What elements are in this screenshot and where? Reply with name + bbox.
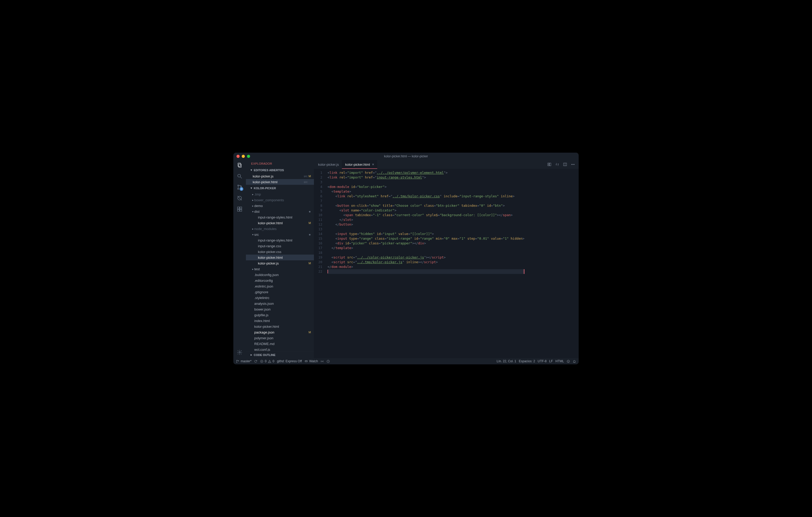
problems-item[interactable]: 0 0 — [260, 359, 274, 363]
tree-file[interactable]: kolor-picker.css — [246, 249, 314, 254]
editor-tab[interactable]: kolor-picker.html× — [342, 160, 377, 169]
code-line[interactable]: <link rel="stylesheet" href="../.tmp/kol… — [327, 194, 524, 199]
watch-item[interactable]: Watch — [304, 359, 318, 363]
code-line[interactable] — [327, 199, 524, 203]
code-line[interactable]: <div id="picker" class="picker-wrapper">… — [327, 241, 524, 246]
tree-file[interactable]: bower.json — [246, 306, 314, 312]
editor-region: kolor-picker.jskolor-picker.html× 123456… — [314, 160, 579, 358]
tab-label: kolor-picker.js — [318, 162, 339, 166]
tree-file[interactable]: .eslintrc.json — [246, 283, 314, 289]
code-line[interactable]: <input type="range" class="input-range" … — [327, 236, 524, 241]
tree-folder[interactable]: ▾dist — [246, 209, 314, 214]
code-outline-label: CODE OUTLINE — [254, 354, 276, 357]
feedback-item[interactable] — [567, 360, 570, 363]
twisty-icon: ▸ — [251, 227, 254, 230]
tree-folder[interactable]: ▸demo — [246, 203, 314, 209]
svg-rect-15 — [550, 163, 551, 166]
tree-file[interactable]: input-range.css — [246, 243, 314, 249]
more-icon[interactable] — [571, 162, 575, 166]
branch-name: master* — [241, 359, 252, 363]
code-line[interactable] — [327, 227, 524, 232]
tree-folder[interactable]: ▸.tmp — [246, 191, 314, 197]
file-label: index.html — [254, 319, 308, 323]
editor-tab[interactable]: kolor-picker.js — [315, 160, 342, 169]
tree-file[interactable]: kolor-picker.html — [246, 254, 314, 260]
tree-file[interactable]: package.jsonM — [246, 329, 314, 335]
code-line[interactable] — [327, 269, 524, 274]
open-editors-header[interactable]: ▾ EDITORES ABIERTOS — [246, 167, 314, 173]
tree-file[interactable]: input-range-styles.html — [246, 214, 314, 220]
notifications-item[interactable] — [573, 360, 576, 363]
code-outline-header[interactable]: ▸ CODE OUTLINE — [246, 351, 314, 358]
tree-file[interactable]: kolor-picker.htmlM — [246, 220, 314, 226]
source-control-icon[interactable]: 3 — [236, 184, 243, 190]
code-line[interactable]: <input type="hidden" id="input" value="[… — [327, 232, 524, 236]
editor[interactable]: 12345678910111213141516171819202122 <lin… — [314, 169, 579, 358]
tree-file[interactable]: .gitignore — [246, 289, 314, 295]
split-editor-icon[interactable] — [563, 162, 567, 166]
svg-rect-30 — [305, 360, 308, 362]
clock-item[interactable] — [326, 360, 330, 363]
eol-item[interactable]: LF — [549, 359, 553, 363]
file-label: .gitignore — [254, 290, 308, 294]
search-icon[interactable] — [236, 173, 243, 179]
tree-folder[interactable]: ▾src — [246, 232, 314, 237]
tree-file[interactable]: README.md — [246, 341, 314, 346]
tree-file[interactable]: index.html — [246, 318, 314, 324]
language-mode-item[interactable]: HTML — [555, 359, 564, 363]
code-line[interactable]: <script src="../../color-picker/color-pi… — [327, 255, 524, 260]
tree-file[interactable]: analysis.json — [246, 301, 314, 306]
tree-file[interactable]: kolor-picker.html — [246, 324, 314, 329]
code-line[interactable]: </template> — [327, 246, 524, 250]
file-label: kolor-picker.css — [258, 250, 308, 254]
tree-file[interactable]: .buildconfig.json — [246, 272, 314, 278]
file-label: kolor-picker.html — [258, 221, 308, 225]
code-line[interactable]: <span tabindex="-1" class="current-color… — [327, 213, 524, 217]
code-line[interactable]: <link rel="import" href="input-range-sty… — [327, 175, 524, 180]
open-editor-item[interactable]: kolor-picker.jssrcM — [246, 173, 314, 179]
tree-file[interactable]: wct.conf.js — [246, 346, 314, 351]
tree-folder[interactable]: ▸test — [246, 266, 314, 272]
encoding-item[interactable]: UTF-8 — [538, 359, 547, 363]
extensions-icon[interactable] — [236, 206, 243, 212]
code-line[interactable]: </dom-module> — [327, 265, 524, 269]
close-icon[interactable]: × — [372, 162, 374, 166]
tree-file[interactable]: polymer.json — [246, 335, 314, 341]
tree-file[interactable]: gulpfile.js — [246, 312, 314, 318]
tree-file[interactable]: .stylelintrc — [246, 295, 314, 301]
code-line[interactable] — [327, 180, 524, 185]
tree-file[interactable]: kolor-picker.jsM — [246, 260, 314, 266]
file-label: .buildconfig.json — [254, 273, 308, 277]
tree-file[interactable]: input-range-styles.html — [246, 237, 314, 243]
githd-item[interactable]: githd: Express Off — [277, 359, 302, 363]
tree-folder[interactable]: ▸bower_components — [246, 197, 314, 203]
code-line[interactable] — [327, 250, 524, 255]
tab-label: kolor-picker.html — [345, 162, 370, 166]
code-line[interactable]: </slot> — [327, 217, 524, 222]
code-content[interactable]: <link rel="import" href="../../polymer/p… — [326, 169, 524, 358]
compare-changes-icon[interactable] — [555, 162, 559, 166]
file-label: demo — [254, 204, 308, 208]
indentation-item[interactable]: Espacios: 2 — [519, 359, 535, 363]
code-line[interactable]: <dom-module id="kolor-picker"> — [327, 185, 524, 189]
live-server-item[interactable] — [320, 360, 324, 363]
sync-item[interactable] — [254, 360, 257, 363]
open-editor-item[interactable]: kolor-picker.htmlsrc — [246, 179, 314, 185]
code-line[interactable]: <template> — [327, 189, 524, 194]
git-branch-item[interactable]: master* — [236, 359, 252, 363]
project-header[interactable]: ▾ KOLOR-PICKER — [246, 185, 314, 191]
code-line[interactable]: <link rel="import" href="../../polymer/p… — [327, 171, 524, 175]
code-line[interactable]: <button on-click="show" title="Choose co… — [327, 203, 524, 208]
debug-icon[interactable] — [236, 195, 243, 201]
code-line[interactable]: </button> — [327, 222, 524, 227]
explorer-icon[interactable] — [236, 162, 243, 168]
cursor-position-item[interactable]: Lín. 22, Col. 1 — [497, 359, 516, 363]
tree-file[interactable]: .editorconfig — [246, 278, 314, 283]
svg-point-2 — [238, 174, 241, 177]
scm-badge: 3 — [240, 187, 243, 191]
settings-gear-icon[interactable] — [236, 349, 243, 356]
tree-folder[interactable]: ▸node_modules — [246, 226, 314, 232]
code-line[interactable]: <script src="../.tmp/kolor-picker.js" in… — [327, 260, 524, 265]
diff-icon[interactable] — [547, 162, 551, 166]
code-line[interactable]: <slot name="color-indicator"> — [327, 208, 524, 213]
